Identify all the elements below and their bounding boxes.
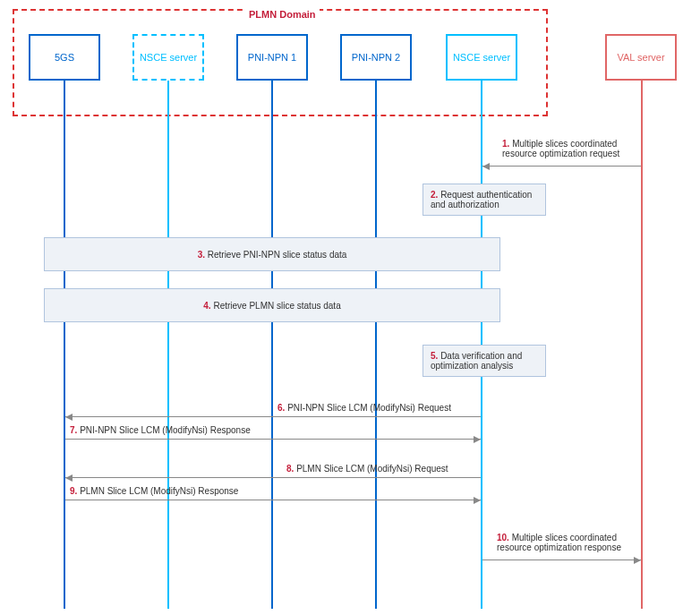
arrow-7 [65,439,481,440]
msg-6-text: PNI-NPN Slice LCM (ModifyNsi) Request [287,403,451,413]
actor-nsce-server-dashed: NSCE server [132,34,204,81]
actor-nsce2-label: NSCE server [453,52,510,63]
msg-9-label: 9. PLMN Slice LCM (ModifyNsi) Response [70,486,238,496]
lifeline-pninpn1 [271,81,273,609]
msg-10-label: 10. Multiple slices coordinated resource… [497,533,640,552]
msg-4-num: 4. [203,301,210,311]
arrow-1 [482,166,641,167]
actor-nsce-server: NSCE server [446,34,517,81]
msg-7-num: 7. [70,425,77,435]
msg-1-text: Multiple slices coordinated resource opt… [502,139,619,158]
plmn-domain-label: PLMN Domain [245,9,320,20]
msg-8-label: 8. PLMN Slice LCM (ModifyNsi) Request [286,464,448,474]
msg-10-num: 10. [497,533,509,542]
msg-1-label: 1. Multiple slices coordinated resource … [502,139,641,158]
msg-3-num: 3. [198,250,205,260]
msg-4-text: Retrieve PLMN slice status data [213,301,340,311]
actor-5gs: 5GS [29,34,100,81]
msg-6-label: 6. PNI-NPN Slice LCM (ModifyNsi) Request [277,403,451,413]
actor-5gs-label: 5GS [55,52,74,63]
lifeline-val [641,81,643,609]
lifeline-5gs [64,81,65,609]
actor-pninpn1: PNI-NPN 1 [236,34,308,81]
sequence-diagram: PLMN Domain 5GS NSCE server PNI-NPN 1 PN… [0,0,700,615]
actor-val-label: VAL server [617,52,664,63]
msg-10-text: Multiple slices coordinated resource opt… [497,533,621,552]
actor-val-server: VAL server [605,34,677,81]
span-step4: 4. Retrieve PLMN slice status data [44,288,500,322]
actor-nsce1-label: NSCE server [140,52,197,63]
actor-pninpn2: PNI-NPN 2 [340,34,412,81]
msg-5-num: 5. [431,351,438,361]
arrow-9 [65,500,481,500]
lifeline-nsce1 [167,81,169,609]
msg-7-text: PNI-NPN Slice LCM (ModifyNsi) Response [80,425,251,435]
msg-9-num: 9. [70,486,77,496]
note-step5: 5. Data verification and optimization an… [423,345,546,377]
msg-6-num: 6. [277,403,285,413]
msg-1-num: 1. [502,139,509,149]
span-step3: 3. Retrieve PNI-NPN slice status data [44,237,500,271]
arrow-8 [65,477,481,478]
msg-9-text: PLMN Slice LCM (ModifyNsi) Response [80,486,238,496]
msg-2-text: Request authentication and authorization [431,190,532,209]
arrow-6 [65,416,481,417]
lifeline-pninpn2 [375,81,377,609]
actor-pninpn1-label: PNI-NPN 1 [248,52,296,63]
msg-8-text: PLMN Slice LCM (ModifyNsi) Request [296,464,448,474]
msg-8-num: 8. [286,464,294,474]
arrow-10 [482,559,641,560]
actor-pninpn2-label: PNI-NPN 2 [352,52,400,63]
msg-2-num: 2. [431,190,438,200]
msg-5-text: Data verification and optimization analy… [431,351,522,371]
note-step2: 2. Request authentication and authorizat… [423,184,546,216]
msg-7-label: 7. PNI-NPN Slice LCM (ModifyNsi) Respons… [70,425,251,435]
msg-3-text: Retrieve PNI-NPN slice status data [208,250,347,260]
